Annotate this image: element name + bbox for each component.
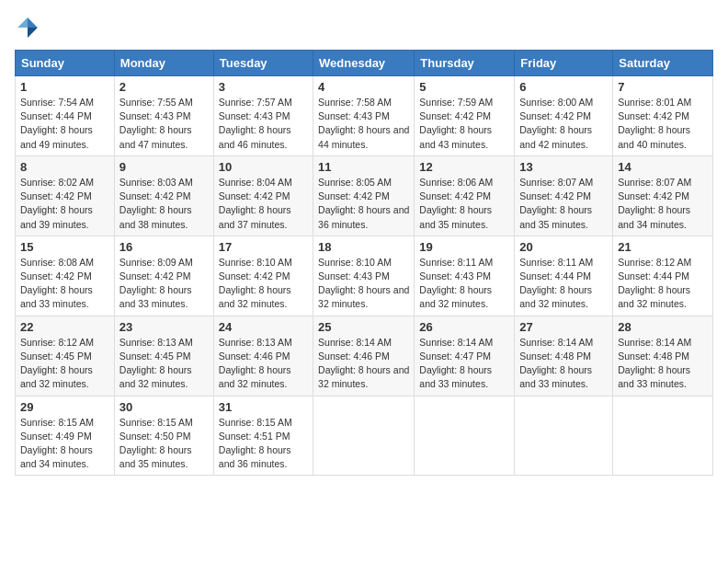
calendar-cell: 26 Sunrise: 8:14 AMSunset: 4:47 PMDaylig… xyxy=(415,316,515,396)
calendar-cell: 31 Sunrise: 8:15 AMSunset: 4:51 PMDaylig… xyxy=(213,396,313,476)
day-info: Sunrise: 8:09 AMSunset: 4:42 PMDaylight:… xyxy=(119,256,209,312)
calendar-cell: 16 Sunrise: 8:09 AMSunset: 4:42 PMDaylig… xyxy=(114,236,213,316)
day-info: Sunrise: 8:14 AMSunset: 4:48 PMDaylight:… xyxy=(618,336,708,392)
day-info: Sunrise: 8:14 AMSunset: 4:46 PMDaylight:… xyxy=(318,336,409,392)
weekday-header-wednesday: Wednesday xyxy=(313,51,415,76)
calendar-cell: 28 Sunrise: 8:14 AMSunset: 4:48 PMDaylig… xyxy=(613,316,713,396)
day-info: Sunrise: 8:14 AMSunset: 4:48 PMDaylight:… xyxy=(519,336,608,392)
day-number: 14 xyxy=(618,160,708,174)
day-number: 4 xyxy=(318,80,409,94)
weekday-header-friday: Friday xyxy=(515,51,613,76)
calendar-cell: 21 Sunrise: 8:12 AMSunset: 4:44 PMDaylig… xyxy=(613,236,713,316)
day-info: Sunrise: 8:12 AMSunset: 4:44 PMDaylight:… xyxy=(618,256,708,312)
logo-icon xyxy=(15,15,40,40)
day-number: 21 xyxy=(618,240,708,254)
calendar-week-4: 22 Sunrise: 8:12 AMSunset: 4:45 PMDaylig… xyxy=(16,316,713,396)
day-number: 17 xyxy=(219,240,308,254)
calendar-cell: 8 Sunrise: 8:02 AMSunset: 4:42 PMDayligh… xyxy=(16,155,115,236)
day-number: 22 xyxy=(20,320,109,334)
day-info: Sunrise: 8:01 AMSunset: 4:42 PMDaylight:… xyxy=(618,96,708,152)
day-info: Sunrise: 7:54 AMSunset: 4:44 PMDaylight:… xyxy=(20,96,109,152)
calendar-cell: 1 Sunrise: 7:54 AMSunset: 4:44 PMDayligh… xyxy=(16,76,115,156)
day-info: Sunrise: 7:58 AMSunset: 4:43 PMDaylight:… xyxy=(318,96,409,152)
day-info: Sunrise: 8:00 AMSunset: 4:42 PMDaylight:… xyxy=(519,96,608,152)
day-number: 11 xyxy=(318,160,409,174)
calendar-cell: 14 Sunrise: 8:07 AMSunset: 4:42 PMDaylig… xyxy=(613,155,713,236)
calendar-cell: 27 Sunrise: 8:14 AMSunset: 4:48 PMDaylig… xyxy=(515,316,613,396)
calendar-cell: 23 Sunrise: 8:13 AMSunset: 4:45 PMDaylig… xyxy=(114,316,213,396)
day-number: 23 xyxy=(119,320,209,334)
calendar-cell: 24 Sunrise: 8:13 AMSunset: 4:46 PMDaylig… xyxy=(213,316,313,396)
day-info: Sunrise: 8:06 AMSunset: 4:42 PMDaylight:… xyxy=(419,176,509,232)
calendar-cell: 30 Sunrise: 8:15 AMSunset: 4:50 PMDaylig… xyxy=(114,396,213,476)
calendar-cell: 2 Sunrise: 7:55 AMSunset: 4:43 PMDayligh… xyxy=(114,76,213,156)
calendar-table: SundayMondayTuesdayWednesdayThursdayFrid… xyxy=(15,50,713,476)
day-number: 25 xyxy=(318,320,409,334)
day-info: Sunrise: 8:13 AMSunset: 4:46 PMDaylight:… xyxy=(219,336,308,392)
calendar-cell: 6 Sunrise: 8:00 AMSunset: 4:42 PMDayligh… xyxy=(515,76,613,156)
day-number: 5 xyxy=(419,80,509,94)
day-number: 29 xyxy=(20,400,109,414)
day-number: 16 xyxy=(119,240,209,254)
calendar-cell: 15 Sunrise: 8:08 AMSunset: 4:42 PMDaylig… xyxy=(16,236,115,316)
day-info: Sunrise: 7:57 AMSunset: 4:43 PMDaylight:… xyxy=(219,96,308,152)
calendar-cell: 25 Sunrise: 8:14 AMSunset: 4:46 PMDaylig… xyxy=(313,316,415,396)
day-info: Sunrise: 8:13 AMSunset: 4:45 PMDaylight:… xyxy=(119,336,209,392)
day-number: 31 xyxy=(219,400,308,414)
day-info: Sunrise: 8:12 AMSunset: 4:45 PMDaylight:… xyxy=(20,336,109,392)
day-number: 7 xyxy=(618,80,708,94)
calendar-cell: 3 Sunrise: 7:57 AMSunset: 4:43 PMDayligh… xyxy=(213,76,313,156)
calendar-week-1: 1 Sunrise: 7:54 AMSunset: 4:44 PMDayligh… xyxy=(16,76,713,156)
day-info: Sunrise: 8:07 AMSunset: 4:42 PMDaylight:… xyxy=(519,176,608,232)
day-info: Sunrise: 8:15 AMSunset: 4:49 PMDaylight:… xyxy=(20,416,109,472)
calendar-cell: 12 Sunrise: 8:06 AMSunset: 4:42 PMDaylig… xyxy=(415,155,515,236)
calendar-cell: 13 Sunrise: 8:07 AMSunset: 4:42 PMDaylig… xyxy=(515,155,613,236)
weekday-header-thursday: Thursday xyxy=(415,51,515,76)
page-header xyxy=(15,15,713,40)
day-number: 18 xyxy=(318,240,409,254)
day-number: 3 xyxy=(219,80,308,94)
day-info: Sunrise: 8:04 AMSunset: 4:42 PMDaylight:… xyxy=(219,176,308,232)
svg-marker-2 xyxy=(17,17,28,28)
day-info: Sunrise: 8:08 AMSunset: 4:42 PMDaylight:… xyxy=(20,256,109,312)
day-number: 13 xyxy=(519,160,608,174)
logo xyxy=(15,15,44,40)
day-info: Sunrise: 8:15 AMSunset: 4:50 PMDaylight:… xyxy=(119,416,209,472)
day-number: 30 xyxy=(119,400,209,414)
calendar-cell: 20 Sunrise: 8:11 AMSunset: 4:44 PMDaylig… xyxy=(515,236,613,316)
calendar-cell xyxy=(415,396,515,476)
svg-marker-1 xyxy=(28,28,38,38)
calendar-week-2: 8 Sunrise: 8:02 AMSunset: 4:42 PMDayligh… xyxy=(16,155,713,236)
day-number: 19 xyxy=(419,240,509,254)
calendar-cell: 11 Sunrise: 8:05 AMSunset: 4:42 PMDaylig… xyxy=(313,155,415,236)
weekday-header-tuesday: Tuesday xyxy=(213,51,313,76)
calendar-cell: 22 Sunrise: 8:12 AMSunset: 4:45 PMDaylig… xyxy=(16,316,115,396)
day-number: 24 xyxy=(219,320,308,334)
day-number: 27 xyxy=(519,320,608,334)
calendar-cell: 18 Sunrise: 8:10 AMSunset: 4:43 PMDaylig… xyxy=(313,236,415,316)
day-info: Sunrise: 8:10 AMSunset: 4:43 PMDaylight:… xyxy=(318,256,409,312)
calendar-cell xyxy=(313,396,415,476)
weekday-header-sunday: Sunday xyxy=(16,51,115,76)
calendar-cell: 17 Sunrise: 8:10 AMSunset: 4:42 PMDaylig… xyxy=(213,236,313,316)
day-info: Sunrise: 8:10 AMSunset: 4:42 PMDaylight:… xyxy=(219,256,308,312)
calendar-cell xyxy=(515,396,613,476)
day-number: 15 xyxy=(20,240,109,254)
calendar-cell: 5 Sunrise: 7:59 AMSunset: 4:42 PMDayligh… xyxy=(415,76,515,156)
calendar-cell: 29 Sunrise: 8:15 AMSunset: 4:49 PMDaylig… xyxy=(16,396,115,476)
day-info: Sunrise: 8:02 AMSunset: 4:42 PMDaylight:… xyxy=(20,176,109,232)
calendar-week-3: 15 Sunrise: 8:08 AMSunset: 4:42 PMDaylig… xyxy=(16,236,713,316)
day-number: 1 xyxy=(20,80,109,94)
day-number: 8 xyxy=(20,160,109,174)
svg-marker-0 xyxy=(28,17,38,28)
day-number: 26 xyxy=(419,320,509,334)
day-number: 28 xyxy=(618,320,708,334)
day-info: Sunrise: 8:15 AMSunset: 4:51 PMDaylight:… xyxy=(219,416,308,472)
calendar-cell: 10 Sunrise: 8:04 AMSunset: 4:42 PMDaylig… xyxy=(213,155,313,236)
weekday-header-monday: Monday xyxy=(114,51,213,76)
weekday-header-saturday: Saturday xyxy=(613,51,713,76)
day-info: Sunrise: 8:07 AMSunset: 4:42 PMDaylight:… xyxy=(618,176,708,232)
calendar-cell: 9 Sunrise: 8:03 AMSunset: 4:42 PMDayligh… xyxy=(114,155,213,236)
day-number: 20 xyxy=(519,240,608,254)
calendar-cell: 19 Sunrise: 8:11 AMSunset: 4:43 PMDaylig… xyxy=(415,236,515,316)
